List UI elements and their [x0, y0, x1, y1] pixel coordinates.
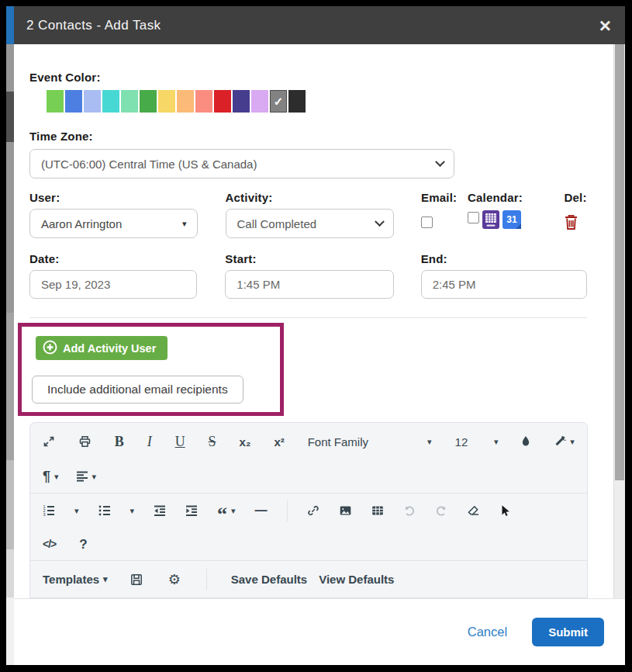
clear-formatting-button[interactable]: [467, 504, 480, 517]
color-swatch[interactable]: [288, 90, 306, 113]
cancel-button[interactable]: Cancel: [468, 625, 507, 639]
color-swatch[interactable]: [65, 90, 82, 113]
font-size-value: 12: [455, 436, 468, 448]
start-time-value: 1:45 PM: [237, 278, 280, 291]
print-button[interactable]: [78, 435, 92, 448]
paragraph-format-dropdown[interactable]: ¶ ▾: [43, 469, 59, 483]
italic-button[interactable]: I: [147, 435, 152, 449]
help-button[interactable]: ?: [79, 538, 87, 551]
superscript-button[interactable]: x²: [274, 436, 284, 448]
page-canvas: 2 Contacts - Add Task × Event Color: ✓ T…: [6, 6, 625, 665]
blockquote-dropdown[interactable]: “ ▾: [217, 507, 236, 515]
gear-icon[interactable]: ⚙: [168, 573, 181, 587]
font-family-dropdown[interactable]: Font Family ▾: [308, 436, 432, 448]
insert-table-button[interactable]: [371, 504, 384, 517]
user-dropdown[interactable]: Aaron Arrington ▾: [29, 209, 198, 238]
text-color-button[interactable]: [521, 435, 530, 448]
start-label: Start:: [225, 252, 393, 265]
chevron-down-icon: [435, 157, 445, 167]
paragraph-icon: ¶: [43, 469, 50, 483]
color-swatch[interactable]: [177, 90, 194, 113]
font-size-dropdown[interactable]: 12 ▾: [455, 436, 499, 448]
ordered-list-caret-icon[interactable]: ▾: [74, 507, 79, 515]
quote-icon: “: [217, 511, 227, 518]
caret-down-icon: ▾: [103, 575, 108, 584]
add-activity-user-label: Add Activity User: [63, 342, 156, 355]
caret-down-icon: ▾: [570, 438, 575, 446]
caret-down-icon: ▾: [231, 507, 236, 515]
ordered-list-button[interactable]: 123: [43, 504, 55, 517]
color-swatch[interactable]: [251, 90, 268, 113]
caret-down-icon: ▾: [92, 473, 97, 481]
trash-icon[interactable]: [564, 213, 578, 234]
unordered-list-caret-icon[interactable]: ▾: [130, 507, 135, 515]
color-swatch[interactable]: [47, 90, 64, 113]
color-swatch[interactable]: [214, 90, 231, 113]
toolbar-row-2: ¶ ▾ ▾: [30, 460, 587, 493]
color-swatch[interactable]: [233, 90, 250, 113]
email-checkbox[interactable]: [421, 216, 433, 228]
color-swatch[interactable]: [195, 90, 212, 113]
code-view-button[interactable]: </>: [43, 539, 56, 549]
include-recipients-button[interactable]: Include additional email recipients: [32, 376, 243, 404]
highlight-annotation: Add Activity User Include additional ema…: [18, 323, 284, 416]
email-label: Email:: [421, 191, 455, 204]
rich-text-editor: B I U S x₂ x² Font Family ▾ 12 ▾: [29, 422, 588, 598]
horizontal-line-button[interactable]: —: [255, 504, 268, 517]
color-swatch[interactable]: [121, 90, 138, 113]
outdent-button[interactable]: [154, 505, 166, 517]
check-icon: ✓: [274, 95, 284, 109]
subscript-button[interactable]: x₂: [239, 436, 250, 448]
indent-button[interactable]: [185, 505, 198, 517]
google-calendar-icon[interactable]: 31: [502, 210, 521, 229]
add-activity-user-button[interactable]: Add Activity User: [36, 336, 167, 360]
insert-image-button[interactable]: [339, 504, 352, 517]
user-value: Aaron Arrington: [41, 217, 122, 230]
color-swatch-selected[interactable]: ✓: [270, 90, 287, 113]
color-swatch[interactable]: [102, 90, 119, 113]
screenshot-frame: 2 Contacts - Add Task × Event Color: ✓ T…: [0, 0, 632, 672]
save-template-icon[interactable]: [130, 573, 143, 586]
fullscreen-button[interactable]: [43, 435, 55, 448]
include-recipients-label: Include additional email recipients: [47, 383, 228, 397]
bold-button[interactable]: B: [115, 435, 124, 449]
date-label: Date:: [29, 252, 197, 265]
toolbar-separator: [206, 569, 207, 590]
close-icon[interactable]: ×: [599, 18, 611, 33]
schedule-row: Date: Sep 19, 2023 Start: 1:45 PM End:: [29, 252, 587, 299]
modal-scrollbar-track[interactable]: [613, 44, 625, 598]
toolbar-row-3: 123 ▾ ▾ “ ▾ —: [30, 494, 587, 528]
background-blue-segment: [6, 6, 14, 44]
add-task-modal: 2 Contacts - Add Task × Event Color: ✓ T…: [14, 6, 625, 665]
modal-scrollbar-thumb[interactable]: [615, 44, 624, 480]
end-time-input[interactable]: 2:45 PM: [421, 270, 587, 299]
activity-value: Call Completed: [237, 217, 317, 230]
end-time-value: 2:45 PM: [433, 278, 476, 291]
templates-label: Templates: [43, 573, 99, 585]
strikethrough-button[interactable]: S: [209, 435, 216, 449]
color-swatch[interactable]: [84, 90, 101, 113]
underline-button[interactable]: U: [175, 435, 185, 449]
redo-button[interactable]: [435, 504, 447, 517]
format-painter-dropdown[interactable]: ▾: [554, 435, 575, 448]
color-swatch[interactable]: [140, 90, 157, 113]
time-zone-label: Time Zone:: [29, 130, 587, 143]
activity-select[interactable]: Call Completed: [226, 209, 394, 238]
undo-button[interactable]: [403, 504, 416, 517]
calendar-checkbox[interactable]: [468, 212, 479, 223]
templates-dropdown[interactable]: Templates ▾: [43, 573, 108, 585]
align-dropdown[interactable]: ▾: [76, 471, 97, 482]
unordered-list-button[interactable]: [98, 504, 111, 517]
user-activity-row: User: Aaron Arrington ▾ Activity: Call C…: [29, 191, 587, 238]
date-input[interactable]: Sep 19, 2023: [29, 270, 197, 299]
user-label: User:: [29, 191, 198, 204]
submit-button[interactable]: Submit: [532, 618, 604, 646]
view-defaults-button[interactable]: View Defaults: [319, 573, 394, 586]
color-swatch[interactable]: [158, 90, 175, 113]
save-defaults-button[interactable]: Save Defaults: [231, 573, 307, 586]
start-time-input[interactable]: 1:45 PM: [225, 270, 393, 299]
select-all-button[interactable]: [499, 504, 510, 517]
time-zone-select[interactable]: (UTC-06:00) Central Time (US & Canada): [29, 149, 454, 178]
outlook-calendar-icon[interactable]: [482, 210, 499, 232]
insert-link-button[interactable]: [307, 504, 319, 517]
